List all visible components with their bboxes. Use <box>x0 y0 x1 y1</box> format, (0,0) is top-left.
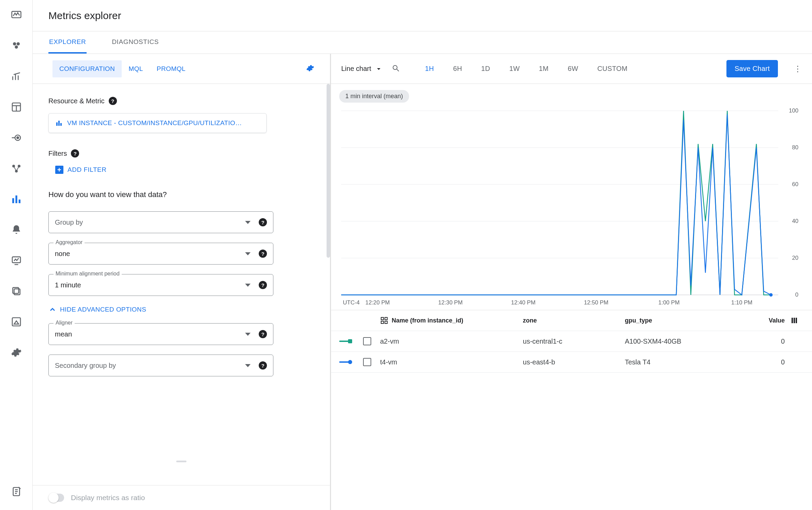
chevron-down-icon <box>245 252 251 255</box>
svg-text:0: 0 <box>795 291 798 298</box>
subtab-mql[interactable]: MQL <box>122 60 150 77</box>
more-menu-icon[interactable]: ⋮ <box>794 64 802 74</box>
tab-explorer[interactable]: EXPLORER <box>48 31 87 54</box>
svg-rect-53 <box>385 321 387 324</box>
rail-target-icon[interactable] <box>8 130 25 146</box>
rail-copy-icon[interactable] <box>8 283 25 299</box>
metric-chip-text: VM INSTANCE - CUSTOM/INSTANCE/GPU/UTILIZ… <box>67 119 242 127</box>
chevron-down-icon <box>245 364 251 367</box>
panel-resize-handle[interactable] <box>176 461 186 462</box>
svg-point-2 <box>16 42 19 45</box>
range-1m[interactable]: 1M <box>539 65 549 73</box>
legend-header-gpu: gpu_type <box>625 317 747 324</box>
metric-selector[interactable]: VM INSTANCE - CUSTOM/INSTANCE/GPU/UTILIZ… <box>48 113 267 133</box>
aggregator-value: none <box>55 250 245 258</box>
main-tabs: EXPLORER DIAGNOSTICS <box>33 31 812 54</box>
svg-rect-50 <box>381 317 384 320</box>
range-1d[interactable]: 1D <box>481 65 490 73</box>
range-custom[interactable]: CUSTOM <box>597 65 628 73</box>
svg-point-3 <box>15 45 18 48</box>
range-6h[interactable]: 6H <box>453 65 462 73</box>
min-align-value: 1 minute <box>55 281 245 289</box>
rail-bell-icon[interactable] <box>8 222 25 238</box>
range-6w[interactable]: 6W <box>568 65 578 73</box>
tab-diagnostics[interactable]: DIAGNOSTICS <box>111 31 160 54</box>
chart-area[interactable]: 02040608010012:20 PM12:30 PM12:40 PM12:5… <box>338 107 802 309</box>
add-filter-button[interactable]: + ADD FILTER <box>55 166 106 174</box>
ratio-toggle[interactable] <box>48 494 64 502</box>
rail-dashboard-icon[interactable] <box>8 99 25 115</box>
help-icon[interactable]: ? <box>259 361 267 370</box>
hide-advanced-toggle[interactable]: HIDE ADVANCED OPTIONS <box>48 305 314 314</box>
chart-type-selector[interactable]: Line chart <box>341 65 383 73</box>
aggregator-label: Aggregator <box>54 239 85 245</box>
rail-nodes-icon[interactable] <box>8 160 25 177</box>
series-swatch <box>339 361 350 363</box>
legend-value: 0 <box>747 338 785 345</box>
svg-text:20: 20 <box>792 255 798 261</box>
svg-rect-55 <box>794 318 795 323</box>
secondary-group-by-placeholder: Secondary group by <box>55 362 245 370</box>
subtab-configuration[interactable]: CONFIGURATION <box>52 60 122 77</box>
svg-text:80: 80 <box>792 144 798 151</box>
series-swatch <box>339 341 350 342</box>
legend-header-zone: zone <box>523 317 625 324</box>
svg-rect-27 <box>60 123 62 126</box>
series-checkbox[interactable] <box>363 337 371 345</box>
search-icon[interactable] <box>392 64 400 73</box>
svg-text:60: 60 <box>792 181 798 188</box>
range-1w[interactable]: 1W <box>509 65 520 73</box>
svg-rect-13 <box>12 198 14 203</box>
svg-rect-25 <box>56 122 58 126</box>
chevron-down-icon <box>245 284 251 287</box>
svg-text:12:20 PM: 12:20 PM <box>365 299 390 306</box>
svg-point-28 <box>393 65 397 70</box>
rail-screen-icon[interactable] <box>8 252 25 269</box>
help-icon[interactable]: ? <box>259 218 267 226</box>
legend-header-name: Name (from instance_id) <box>392 317 463 324</box>
subtab-promql[interactable]: PROMQL <box>150 60 193 77</box>
series-checkbox[interactable] <box>363 358 371 366</box>
chart-type-label: Line chart <box>341 65 371 73</box>
legend-table: Name (from instance_id) zone gpu_type Va… <box>331 310 812 373</box>
svg-point-49 <box>769 293 773 297</box>
svg-line-29 <box>397 69 399 71</box>
rail-metrics-icon[interactable] <box>8 191 25 207</box>
help-icon[interactable]: ? <box>259 250 267 258</box>
range-1h[interactable]: 1H <box>425 65 434 73</box>
rail-settings-icon[interactable] <box>8 344 25 361</box>
filters-heading: Filters <box>48 150 67 158</box>
secondary-group-by-field[interactable]: Secondary group by ? <box>48 355 273 376</box>
rail-image-icon[interactable] <box>8 314 25 330</box>
help-icon[interactable]: ? <box>259 281 267 289</box>
legend-row[interactable]: t4-vmus-east4-bTesla T40 <box>331 352 812 373</box>
legend-header-value: Value <box>747 317 785 324</box>
config-gear-icon[interactable] <box>306 64 314 73</box>
help-icon[interactable]: ? <box>259 330 267 338</box>
rail-bars-icon[interactable] <box>8 68 25 85</box>
svg-rect-26 <box>58 121 60 126</box>
resource-metric-heading: Resource & Metric <box>48 97 105 105</box>
chevron-down-icon <box>245 221 251 224</box>
interval-pill: 1 min interval (mean) <box>339 90 409 103</box>
aligner-label: Aligner <box>54 320 75 326</box>
legend-row[interactable]: a2-vmus-central1-cA100-SXM4-40GB0 <box>331 331 812 352</box>
aggregator-field[interactable]: Aggregator none ? <box>48 243 273 265</box>
svg-point-1 <box>13 42 16 45</box>
svg-text:1:00 PM: 1:00 PM <box>658 299 679 306</box>
help-icon[interactable]: ? <box>109 97 117 105</box>
columns-icon[interactable] <box>785 316 798 325</box>
nav-rail <box>0 0 33 510</box>
save-chart-button[interactable]: Save Chart <box>726 60 778 77</box>
rail-hex-icon[interactable] <box>8 38 25 54</box>
min-align-field[interactable]: Minimum alignment period 1 minute ? <box>48 274 273 296</box>
aligner-field[interactable]: Aligner mean ? <box>48 323 273 345</box>
rail-notes-icon[interactable] <box>8 483 25 500</box>
legend-zone: us-central1-c <box>523 338 625 345</box>
svg-text:12:50 PM: 12:50 PM <box>584 299 608 306</box>
help-icon[interactable]: ? <box>71 149 79 158</box>
svg-text:12:40 PM: 12:40 PM <box>511 299 536 306</box>
scrollbar[interactable] <box>327 84 330 258</box>
rail-monitoring-icon[interactable] <box>8 7 25 23</box>
group-by-field[interactable]: Group by ? <box>48 211 273 233</box>
